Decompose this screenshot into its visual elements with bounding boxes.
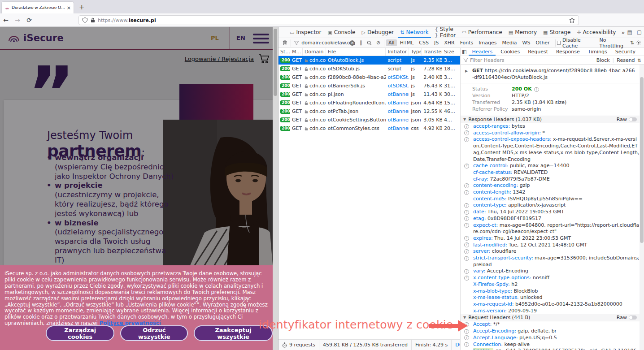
response-headers-section[interactable]: ▼ Response Headers (1.037 KB) Raw (461, 116, 640, 123)
header-row[interactable]: ? Connectionkeep-alive (461, 341, 640, 348)
type-filter-button[interactable]: All (386, 39, 397, 46)
header-row[interactable]: ? varyAccept-Encoding (461, 268, 640, 275)
reload-button[interactable]: ⟳ (23, 17, 35, 24)
type-filter-button[interactable]: Media (500, 39, 519, 46)
type-filter-button[interactable]: XHR (442, 39, 457, 46)
filter-headers-input[interactable]: Filter Headers (470, 57, 505, 63)
header-row[interactable]: ? content-typeapplication/x-javascript (461, 202, 640, 209)
request-row[interactable]: 200 GET cdn.co… otCookieSettingsButton.j… (278, 116, 460, 124)
help-icon[interactable]: ? (464, 236, 469, 241)
search-icon[interactable] (367, 40, 372, 46)
header-row[interactable]: ? dateThu, 14 Jul 2022 19:00:53 GMT (461, 209, 640, 216)
collapse-triangle-icon[interactable]: ▼ (463, 117, 466, 121)
devtools-tab[interactable]: ▦ Storage (540, 27, 574, 38)
cookie-action-button[interactable]: Odrzuć wszystkie (120, 325, 188, 341)
help-icon[interactable]: ? (464, 242, 469, 247)
new-tab-button[interactable]: + (79, 3, 85, 11)
details-tab[interactable]: Request (524, 48, 552, 56)
request-row[interactable]: 200 GET cdn.co… otFloatingRoundedIcon.js… (278, 99, 460, 107)
header-row[interactable]: ? servercloudflare (461, 248, 640, 255)
more-tabs-chevron[interactable]: » (621, 29, 625, 36)
type-filter-button[interactable]: WS (520, 39, 533, 46)
help-icon[interactable]: ? (464, 342, 469, 347)
header-row[interactable]: ? Accept*/* (461, 321, 640, 328)
help-icon[interactable]: ? (534, 87, 539, 92)
details-scrollbar[interactable] (640, 65, 644, 350)
help-icon[interactable]: ? (464, 276, 469, 281)
header-row[interactable]: ? x-ms-lease-statusunlocked (461, 294, 640, 301)
details-tab[interactable]: Response (552, 48, 584, 56)
header-row[interactable]: ? expiresThu, 14 Jul 2022 23:00:53 GMT (461, 235, 640, 242)
header-row[interactable]: ? strict-transport-securitymax-age=31536… (461, 255, 640, 268)
dock-side-icon[interactable]: ▢ (637, 29, 642, 35)
header-row[interactable]: ? content-encodinggzip (461, 182, 640, 189)
collapse-triangle-icon[interactable]: ▼ (463, 315, 466, 320)
help-icon[interactable]: ? (464, 210, 469, 215)
header-row[interactable]: ? accept-rangesbytes (461, 123, 640, 130)
help-icon[interactable]: ? (464, 190, 469, 195)
devtools-tab[interactable]: ✛ Accessibility (574, 27, 619, 38)
type-filter-button[interactable]: Images (476, 39, 499, 46)
help-icon[interactable]: ? (464, 164, 469, 169)
resend-caret-icon[interactable]: ⇅ (638, 58, 641, 63)
split-console-icon[interactable]: ▤ (627, 29, 632, 35)
help-icon[interactable]: ? (464, 130, 469, 135)
header-row[interactable]: ? x-ms-request-idb4952d0e-a01e-0014-2132… (461, 301, 640, 308)
request-row[interactable]: 200 GET cdn.co… OtAutoBlock.js script js… (278, 56, 460, 65)
header-row[interactable]: ? Accept-Encodinggzip, deflate, br (461, 328, 640, 335)
help-icon[interactable]: ? (464, 137, 469, 142)
block-button[interactable]: Block (596, 57, 610, 63)
details-tab[interactable]: Timings (584, 48, 611, 56)
page-scrollbar-thumb[interactable] (274, 29, 277, 96)
header-row[interactable]: ? x-ms-blob-typeBlockBlob (461, 288, 640, 295)
devtools-tab[interactable]: ▤ Memory (505, 27, 540, 38)
help-icon[interactable]: ? (464, 335, 469, 340)
header-row[interactable]: ? access-control-allow-origin* (461, 130, 640, 137)
request-row[interactable]: 200 GET cdn.co… f2890bc8-88eb-4bac-a266-… (278, 73, 460, 82)
block-request-icon[interactable]: ⊘ (376, 40, 380, 46)
details-scrollbar-thumb[interactable] (640, 77, 644, 243)
type-filter-button[interactable]: CSS (417, 39, 431, 46)
details-tab[interactable]: Security (611, 48, 640, 56)
help-icon[interactable]: ? (464, 124, 469, 129)
cookie-action-button[interactable]: Zarządzaj cookies (46, 325, 114, 341)
type-filter-button[interactable]: HTML (398, 39, 416, 46)
devtools-tab[interactable]: ▭ Inspector (287, 27, 324, 38)
disable-cache-checkbox[interactable] (557, 41, 561, 45)
type-filter-button[interactable]: JS (432, 39, 441, 46)
header-row[interactable]: ? X-Firefox-Spdyh2 (461, 281, 640, 288)
shield-icon[interactable] (83, 17, 87, 23)
header-row[interactable]: ? etag0x8D98D8F4F819517 (461, 216, 640, 222)
raw-toggle[interactable] (629, 117, 637, 121)
request-row[interactable]: 200 GET cdn.co… otPcTab.json otBanner… j… (278, 107, 460, 116)
header-row[interactable]: ? content-md5ISVHQDp8yLpS5h8SniPgIw== (461, 196, 640, 203)
throttling-select[interactable]: No Throttling (599, 37, 629, 49)
details-tab[interactable]: Cookies (496, 48, 524, 56)
help-icon[interactable]: ? (464, 216, 469, 221)
help-icon[interactable]: ? (464, 269, 469, 274)
header-row[interactable]: ? cache-controlpublic, max-age=14400 (461, 163, 640, 169)
request-headers-section[interactable]: ▼ Request Headers (441 B) Raw (461, 314, 640, 321)
help-icon[interactable]: ? (464, 249, 469, 254)
header-row[interactable]: ? cf-cache-statusREVALIDATED (461, 169, 640, 176)
devtools-tab[interactable]: ⇅ Network (397, 27, 431, 38)
clear-requests-trash-icon[interactable] (283, 40, 287, 46)
network-filter-input[interactable]: domain:cookielaw.org (301, 40, 350, 46)
help-icon[interactable]: ? (464, 223, 469, 228)
raw-toggle[interactable] (629, 315, 637, 320)
expand-triangle-icon[interactable]: ▶ (465, 68, 468, 74)
help-icon[interactable]: ? (464, 203, 469, 208)
bookmark-star-icon[interactable] (569, 17, 575, 23)
forward-button[interactable]: → (12, 17, 23, 24)
devtools-tab[interactable]: { } Style Editor (432, 27, 459, 38)
header-row[interactable]: ? Cookie_ga=GA1.2.704861004.1657825178; … (461, 348, 640, 350)
throttling-caret-icon[interactable]: ⇅ (630, 40, 634, 46)
devtools-tab[interactable]: ▣ Console (324, 27, 358, 38)
disable-cache-label[interactable]: Disable Cache (562, 37, 595, 49)
header-row[interactable]: ? cf-ray72ac80f79f5a7b87-DME (461, 176, 640, 183)
request-row[interactable]: 200 GET cdn.co… otCommonStyles.css otBan… (278, 124, 460, 133)
header-row[interactable]: ? last-modifiedTue, 12 Oct 2021 14:48:10… (461, 242, 640, 249)
details-tab[interactable]: Headers (468, 48, 496, 56)
collapse-pane-icon[interactable]: ◧ (462, 49, 466, 55)
lock-icon[interactable] (91, 17, 95, 23)
